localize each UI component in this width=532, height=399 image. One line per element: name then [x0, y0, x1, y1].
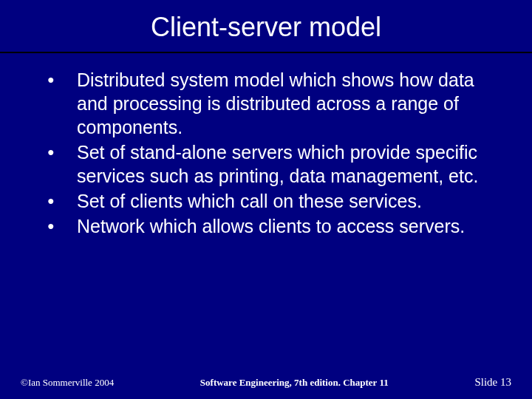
slide-title: Client-server model: [0, 12, 532, 43]
bullet-icon: ●: [44, 140, 77, 164]
bullet-icon: ●: [44, 68, 77, 92]
footer: ©Ian Sommerville 2004 Software Engineeri…: [0, 376, 532, 389]
list-item: ● Distributed system model which shows h…: [44, 68, 502, 139]
footer-chapter: Software Engineering, 7th edition. Chapt…: [114, 377, 474, 389]
footer-slide-number: Slide 13: [474, 376, 511, 389]
bullet-text: Set of clients which call on these servi…: [77, 189, 502, 213]
bullet-list: ● Distributed system model which shows h…: [44, 68, 502, 238]
body-area: ● Distributed system model which shows h…: [0, 53, 532, 238]
list-item: ● Set of clients which call on these ser…: [44, 189, 502, 213]
bullet-icon: ●: [44, 214, 77, 238]
footer-copyright: ©Ian Sommerville 2004: [21, 377, 114, 389]
bullet-text: Distributed system model which shows how…: [77, 68, 502, 139]
bullet-text: Set of stand-alone servers which provide…: [77, 140, 502, 188]
list-item: ● Set of stand-alone servers which provi…: [44, 140, 502, 188]
bullet-text: Network which allows clients to access s…: [77, 214, 502, 238]
bullet-icon: ●: [44, 189, 77, 213]
title-area: Client-server model: [0, 0, 532, 43]
list-item: ● Network which allows clients to access…: [44, 214, 502, 238]
slide: Client-server model ● Distributed system…: [0, 0, 532, 399]
